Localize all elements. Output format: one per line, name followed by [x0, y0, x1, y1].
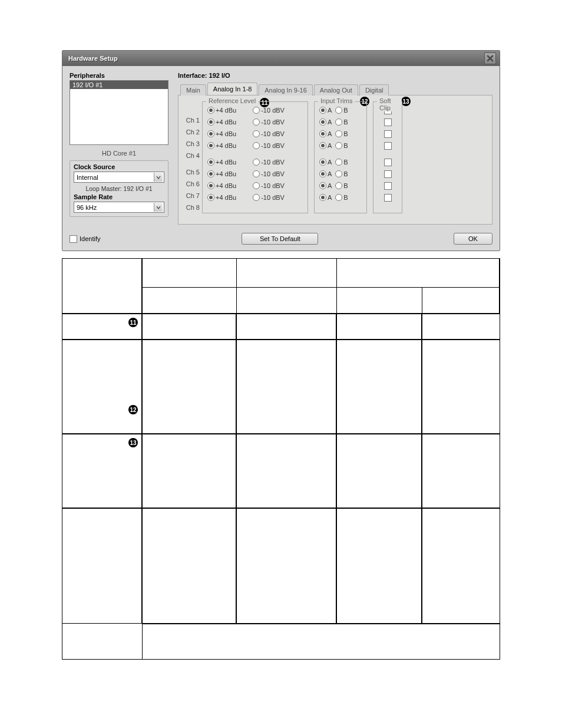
table-callout-12: 12 — [128, 405, 138, 414]
sample-rate-label: Sample Rate — [74, 193, 164, 200]
peripherals-label: Peripherals — [70, 72, 168, 79]
trim-a-radio[interactable]: A — [319, 130, 332, 137]
trim-b-radio[interactable]: B — [335, 182, 348, 189]
reference-table: 11 12 13 — [62, 258, 500, 660]
soft-clip-checkbox[interactable] — [384, 118, 392, 126]
sample-rate-value: 96 kHz — [77, 204, 97, 211]
channel-label: Ch 4 — [182, 150, 202, 162]
ref-plus4-radio[interactable]: +4 dBu — [207, 159, 236, 166]
channel-labels: Ch 1 Ch 2 Ch 3 Ch 4 Ch 5 Ch 6 Ch 7 Ch 8 — [182, 101, 202, 213]
ref-plus4-radio[interactable]: +4 dBu — [207, 142, 236, 149]
tab-main[interactable]: Main — [180, 84, 206, 95]
trim-a-radio[interactable]: A — [319, 107, 332, 114]
tab-analog-in-1-8[interactable]: Analog In 1-8 — [207, 83, 257, 95]
hd-core-label: HD Core #1 — [70, 145, 168, 160]
dialog-title: Hardware Setup — [68, 55, 118, 62]
chevron-down-icon — [154, 203, 163, 212]
chevron-down-icon — [154, 173, 163, 182]
trim-b-radio[interactable]: B — [335, 107, 348, 114]
input-trims-legend: Input Trims — [318, 97, 355, 104]
trim-b-radio[interactable]: B — [335, 170, 348, 177]
input-trims-group: Input Trims AB AB AB AB AB AB AB AB — [314, 101, 367, 213]
table-callout-11: 11 — [128, 318, 138, 327]
tab-panel: 11 12 13 Ch 1 Ch 2 Ch 3 Ch 4 Ch 5 Ch 6 C… — [178, 95, 492, 225]
hardware-setup-dialog: Hardware Setup Peripherals 192 I/O #1 HD… — [62, 50, 500, 251]
trim-a-radio[interactable]: A — [319, 118, 332, 126]
ref-minus10-radio[interactable]: -10 dBV — [253, 107, 285, 114]
ref-plus4-radio[interactable]: +4 dBu — [207, 107, 236, 114]
ref-minus10-radio[interactable]: -10 dBV — [253, 118, 285, 126]
soft-clip-checkbox[interactable] — [384, 170, 392, 178]
ref-minus10-radio[interactable]: -10 dBV — [253, 170, 285, 177]
ref-plus4-radio[interactable]: +4 dBu — [207, 170, 236, 177]
channel-label: Ch 5 — [182, 166, 202, 178]
ref-minus10-radio[interactable]: -10 dBV — [253, 182, 285, 189]
ok-button[interactable]: OK — [454, 233, 492, 245]
trim-a-radio[interactable]: A — [319, 142, 332, 149]
identify-label: Identify — [80, 235, 100, 242]
ref-plus4-radio[interactable]: +4 dBu — [207, 194, 236, 201]
soft-clip-checkbox[interactable] — [384, 130, 392, 138]
trim-b-radio[interactable]: B — [335, 142, 348, 149]
trim-b-radio[interactable]: B — [335, 118, 348, 126]
identify-checkbox[interactable]: Identify — [70, 235, 100, 243]
interface-label: Interface: 192 I/O — [178, 72, 492, 79]
ref-minus10-radio[interactable]: -10 dBV — [253, 194, 285, 201]
soft-clip-checkbox[interactable] — [384, 182, 392, 190]
channel-label: Ch 2 — [182, 126, 202, 138]
channel-label: Ch 6 — [182, 178, 202, 190]
trim-a-radio[interactable]: A — [319, 159, 332, 166]
titlebar: Hardware Setup — [62, 51, 500, 66]
trim-b-radio[interactable]: B — [335, 159, 348, 166]
table-callout-13: 13 — [128, 438, 138, 447]
tab-strip: Main Analog In 1-8 Analog In 9-16 Analog… — [178, 83, 492, 95]
close-icon — [487, 55, 494, 62]
ref-plus4-radio[interactable]: +4 dBu — [207, 182, 236, 189]
ref-minus10-radio[interactable]: -10 dBV — [253, 159, 285, 166]
peripheral-item[interactable]: 192 I/O #1 — [70, 81, 168, 89]
sample-rate-dropdown[interactable]: 96 kHz — [74, 202, 164, 213]
trim-a-radio[interactable]: A — [319, 182, 332, 189]
soft-clip-checkbox[interactable] — [384, 142, 392, 150]
channel-label: Ch 7 — [182, 190, 202, 202]
ref-minus10-radio[interactable]: -10 dBV — [253, 130, 285, 137]
close-button[interactable] — [484, 52, 496, 64]
trim-b-radio[interactable]: B — [335, 130, 348, 137]
clock-source-dropdown[interactable]: Internal — [74, 172, 164, 183]
trim-a-radio[interactable]: A — [319, 194, 332, 201]
reference-level-group: Reference Level +4 dBu-10 dBV +4 dBu-10 … — [202, 101, 308, 213]
ref-minus10-radio[interactable]: -10 dBV — [253, 142, 285, 149]
channel-label: Ch 1 — [182, 114, 202, 126]
soft-clip-checkbox[interactable] — [384, 159, 392, 166]
peripherals-list[interactable]: 192 I/O #1 — [70, 80, 168, 145]
reference-level-legend: Reference Level — [206, 97, 258, 104]
set-to-default-button[interactable]: Set To Default — [242, 233, 318, 245]
trim-a-radio[interactable]: A — [319, 170, 332, 177]
clock-source-value: Internal — [77, 174, 98, 181]
tab-analog-in-9-16[interactable]: Analog In 9-16 — [259, 84, 313, 95]
tab-digital[interactable]: Digital — [359, 84, 389, 95]
tab-analog-out[interactable]: Analog Out — [314, 84, 358, 95]
soft-clip-checkbox[interactable] — [384, 194, 392, 202]
soft-clip-legend: Soft Clip — [377, 97, 402, 111]
trim-b-radio[interactable]: B — [335, 194, 348, 201]
channel-label: Ch 8 — [182, 202, 202, 213]
callout-13: 13 — [401, 97, 411, 106]
channel-label: Ch 3 — [182, 138, 202, 150]
ref-plus4-radio[interactable]: +4 dBu — [207, 118, 236, 126]
ref-row: +4 dBu-10 dBV — [207, 104, 303, 116]
loop-master-label: Loop Master: 192 I/O #1 — [74, 183, 164, 193]
ref-plus4-radio[interactable]: +4 dBu — [207, 130, 236, 137]
clock-source-label: Clock Source — [74, 163, 164, 170]
soft-clip-group: Soft Clip — [373, 101, 402, 213]
